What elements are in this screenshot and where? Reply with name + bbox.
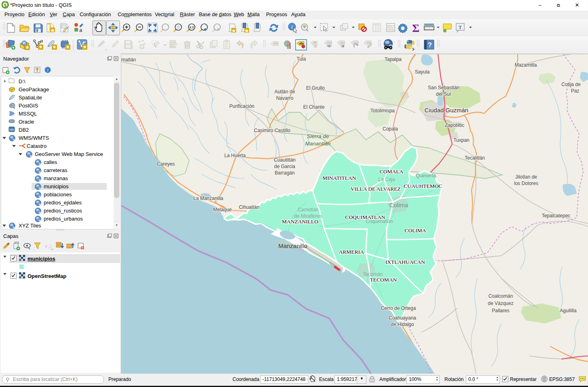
svg-text:Mazamitla: Mazamitla bbox=[515, 62, 537, 68]
svg-text:COLIMA: COLIMA bbox=[404, 227, 426, 233]
svg-text:DB2: DB2 bbox=[9, 128, 14, 131]
svg-text:Sayula: Sayula bbox=[415, 69, 430, 75]
svg-text:1:1: 1:1 bbox=[189, 25, 194, 29]
svg-text:Coalcomán: Coalcomán bbox=[489, 293, 513, 299]
svg-text:Aguililla: Aguililla bbox=[560, 308, 577, 313]
svg-text:Manantlán: Manantlán bbox=[305, 141, 330, 147]
svg-text:COMALA: COMALA bbox=[380, 168, 404, 175]
svg-text:SpatiaLite: SpatiaLite bbox=[19, 95, 42, 101]
svg-text:Copala: Copala bbox=[383, 126, 398, 132]
svg-text:Purificación: Purificación bbox=[229, 103, 254, 109]
svg-text:poblaciones: poblaciones bbox=[44, 191, 72, 198]
svg-text:de Vázquez: de Vázquez bbox=[488, 301, 513, 306]
svg-text:municipios: municipios bbox=[44, 183, 69, 189]
svg-text:Casimiro Castillo: Casimiro Castillo bbox=[254, 128, 290, 133]
svg-text:los Dolores: los Dolores bbox=[514, 181, 538, 186]
svg-text:de Miraflores: de Miraflores bbox=[294, 213, 322, 219]
svg-text:El Grullo: El Grullo bbox=[306, 85, 325, 91]
svg-text:DB2: DB2 bbox=[19, 127, 29, 133]
svg-text:La Huerta: La Huerta bbox=[224, 153, 246, 158]
svg-text:Colima: Colima bbox=[389, 202, 408, 208]
svg-text:Cuautitlán: Cuautitlán bbox=[274, 157, 296, 163]
svg-text:Jilotlan de: Jilotlan de bbox=[515, 174, 537, 180]
svg-text:GeoPackage: GeoPackage bbox=[19, 86, 49, 93]
svg-text:TECOMAN: TECOMAN bbox=[370, 277, 397, 283]
svg-text:Coahuayana: Coahuayana bbox=[389, 315, 416, 321]
svg-text:ab: ab bbox=[299, 42, 303, 45]
svg-text:Autlán de: Autlán de bbox=[275, 89, 295, 95]
svg-text:MINATITLAN: MINATITLAN bbox=[322, 175, 356, 181]
svg-text:T: T bbox=[459, 24, 462, 30]
svg-text:Tepalcatepec: Tepalcatepec bbox=[542, 213, 571, 219]
svg-text:?: ? bbox=[428, 42, 432, 48]
svg-text:Pallares: Pallares bbox=[492, 308, 509, 313]
svg-text:de Hidalgo: de Hidalgo bbox=[391, 322, 414, 327]
svg-text:PostGIS: PostGIS bbox=[19, 103, 38, 109]
svg-text:Totolimispa: Totolimispa bbox=[370, 108, 395, 114]
svg-text:a: a bbox=[79, 27, 82, 33]
svg-text:Camotlan: Camotlan bbox=[298, 207, 318, 212]
svg-text:El Chante: El Chante bbox=[303, 104, 325, 110]
svg-text:Catastro: Catastro bbox=[27, 143, 47, 149]
svg-text:Tecalitlán: Tecalitlán bbox=[465, 155, 485, 161]
svg-text:MANZANILLO: MANZANILLO bbox=[282, 219, 318, 225]
svg-text:COQUIMATLAN: COQUIMATLAN bbox=[345, 214, 385, 220]
svg-text:Cerro de Ortega: Cerro de Ortega bbox=[381, 305, 416, 311]
svg-text:Paz: Paz bbox=[571, 88, 580, 94]
svg-text:Zapotiltic: Zapotiltic bbox=[445, 122, 464, 128]
svg-text:Manzanillo: Manzanillo bbox=[278, 242, 307, 249]
svg-text:predios_ejidales: predios_ejidales bbox=[44, 200, 82, 206]
svg-text:de Garcia: de Garcia bbox=[274, 164, 295, 169]
svg-text:XYZ Tiles: XYZ Tiles bbox=[19, 223, 41, 229]
svg-text:Tuxpan: Tuxpan bbox=[453, 137, 470, 143]
svg-text:VILLA DE ALVAREZ: VILLA DE ALVAREZ bbox=[351, 186, 401, 192]
svg-text:ARMERIA: ARMERIA bbox=[339, 249, 364, 255]
svg-text:Navarro: Navarro bbox=[276, 95, 294, 101]
svg-text:La Manzanilla: La Manzanilla bbox=[193, 196, 223, 201]
svg-text:Σ: Σ bbox=[412, 22, 419, 34]
svg-text:La Caja: La Caja bbox=[378, 177, 395, 182]
svg-text:IXTLAHUACAN: IXTLAHUACAN bbox=[385, 259, 425, 265]
svg-text:ab: ab bbox=[313, 41, 316, 44]
svg-text:Careyes: Careyes bbox=[157, 161, 175, 167]
svg-text:MSSQL: MSSQL bbox=[19, 111, 37, 117]
svg-text:Tapalpa: Tapalpa bbox=[385, 57, 402, 62]
svg-text:ε: ε bbox=[45, 243, 48, 249]
svg-text:carreteras: carreteras bbox=[44, 167, 68, 173]
svg-text:del Sur: del Sur bbox=[436, 91, 451, 97]
svg-text:Cihuatlán: Cihuatlán bbox=[239, 204, 260, 210]
svg-text:San Sebastián: San Sebastián bbox=[428, 85, 459, 90]
svg-text:Tecomán: Tecomán bbox=[363, 271, 383, 277]
svg-text:Melaque: Melaque bbox=[213, 207, 232, 212]
svg-text:predios_rusticos: predios_rusticos bbox=[44, 208, 82, 214]
svg-text:predios_urbanos: predios_urbanos bbox=[44, 216, 83, 222]
svg-text:manzanas: manzanas bbox=[44, 175, 68, 181]
svg-text:D:\: D:\ bbox=[19, 78, 25, 84]
svg-text:WMS/WMTS: WMS/WMTS bbox=[19, 135, 49, 141]
svg-text:Quesería: Quesería bbox=[416, 173, 436, 179]
svg-text:matlán: matlán bbox=[121, 57, 136, 63]
svg-text:i: i bbox=[291, 24, 293, 30]
svg-text:Sierra de: Sierra de bbox=[307, 133, 329, 139]
svg-text:calles: calles bbox=[44, 159, 57, 165]
svg-text:Barragán: Barragán bbox=[275, 170, 294, 176]
svg-text:GeoServer Web Map Service: GeoServer Web Map Service bbox=[35, 151, 103, 157]
svg-text:i: i bbox=[47, 67, 48, 72]
svg-text:Tula: Tula bbox=[297, 56, 306, 62]
svg-text:Cotija de: Cotija de bbox=[561, 82, 581, 87]
svg-text:CUAUHTEMOC: CUAUHTEMOC bbox=[404, 183, 442, 189]
svg-text:Oracle: Oracle bbox=[19, 119, 34, 125]
svg-text:Ciudad Guzmán: Ciudad Guzmán bbox=[425, 107, 468, 114]
